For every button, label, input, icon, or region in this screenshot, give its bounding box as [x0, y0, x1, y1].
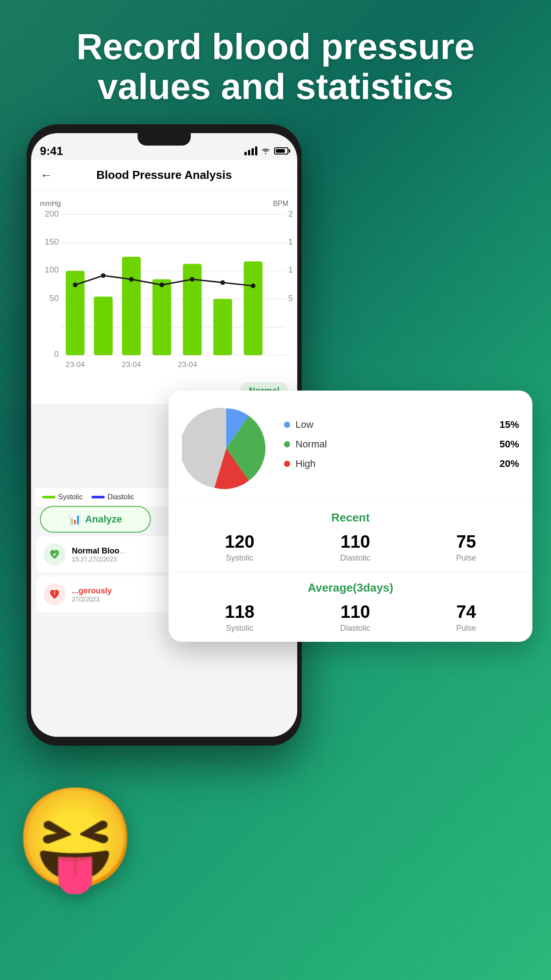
svg-text:!: !: [54, 590, 55, 597]
recent-pulse-label: Pulse: [456, 553, 476, 563]
chart-container: 200 150 100 50 0 200 150 100 50: [35, 210, 293, 379]
recent-stats-row: 120 Systolic 110 Diastolic 75 Pulse: [182, 532, 519, 563]
recent-pulse-value: 75: [456, 532, 476, 552]
svg-text:150: 150: [45, 237, 59, 246]
avg-diastolic: 110 Diastolic: [340, 602, 370, 633]
legend-color-diastolic: [91, 496, 105, 498]
legend-color-systolic: [42, 496, 55, 498]
svg-text:100: 100: [45, 265, 59, 274]
emoji-mascot: 😝: [13, 776, 138, 900]
chart-bar-6: [213, 299, 232, 356]
chart-axis-labels: mmHg BPM: [35, 200, 293, 208]
recent-systolic-value: 120: [225, 532, 255, 552]
average-title: Average(3days): [182, 581, 519, 595]
app-header: ← Blood Pressure Analysis: [31, 160, 297, 191]
legend-label-systolic: Systolic: [58, 493, 83, 501]
headline: Record blood pressure values and statist…: [0, 27, 551, 107]
chart-bar-4: [153, 279, 171, 355]
recent-diastolic: 110 Diastolic: [340, 532, 370, 563]
chart-dot-2: [101, 273, 106, 278]
analyze-button[interactable]: 📊 Analyze: [40, 506, 151, 533]
warning-heart-icon: !: [48, 588, 61, 601]
signal-bar-4: [255, 146, 257, 155]
battery-icon: [274, 147, 288, 154]
chart-svg: 200 150 100 50 0 200 150 100 50: [35, 210, 293, 379]
signal-bar-1: [244, 152, 247, 155]
chart-dot-3: [129, 277, 134, 282]
pie-legend-low: Low 15%: [284, 419, 519, 431]
pie-legend-high-left: High: [284, 458, 315, 470]
recent-title: Recent: [182, 511, 519, 525]
pie-dot-low: [284, 422, 290, 428]
pie-legend: Low 15% Normal 50% High 20%: [284, 419, 519, 478]
legend-diastolic: Diastolic: [91, 493, 134, 501]
phone-notch: [138, 133, 191, 146]
chart-right-label: BPM: [273, 200, 288, 208]
recent-section: Recent 120 Systolic 110 Diastolic 75 Pul…: [169, 502, 532, 572]
pie-label-normal: Normal: [295, 439, 327, 450]
chart-bar-7: [244, 261, 262, 355]
legend-label-diastolic: Diastolic: [107, 493, 134, 501]
legend-systolic: Systolic: [42, 493, 83, 501]
avg-pulse-label: Pulse: [456, 624, 476, 633]
back-button[interactable]: ←: [40, 168, 52, 182]
recent-diastolic-label: Diastolic: [340, 553, 370, 563]
chart-dot-1: [73, 283, 78, 288]
pie-dot-normal: [284, 441, 290, 447]
average-section: Average(3days) 118 Systolic 110 Diastoli…: [169, 572, 532, 642]
pie-legend-normal-left: Normal: [284, 439, 327, 450]
svg-text:0: 0: [54, 349, 59, 359]
avg-pulse: 74 Pulse: [456, 602, 476, 633]
wifi-icon: [261, 147, 271, 154]
avg-systolic-value: 118: [225, 602, 255, 622]
recent-diastolic-value: 110: [340, 532, 370, 552]
svg-text:23-04: 23-04: [122, 360, 141, 369]
signal-bar-3: [252, 148, 254, 155]
app-title: Blood Pressure Analysis: [96, 168, 232, 182]
headline-line2: values and statistics: [98, 66, 453, 107]
record-icon-2: !: [43, 583, 66, 605]
svg-text:200: 200: [45, 210, 59, 218]
pie-chart: [182, 404, 271, 493]
pie-legend-normal: Normal 50%: [284, 439, 519, 450]
pie-legend-low-left: Low: [284, 419, 313, 431]
avg-diastolic-label: Diastolic: [340, 624, 370, 633]
status-time: 9:41: [40, 144, 63, 158]
pie-pct-low: 15%: [500, 419, 519, 431]
recent-systolic-label: Systolic: [225, 553, 255, 563]
pie-label-high: High: [295, 458, 315, 470]
chart-dot-6: [220, 280, 225, 285]
svg-text:23-04: 23-04: [178, 360, 197, 369]
signal-icon: [244, 146, 257, 155]
svg-text:50: 50: [49, 293, 59, 303]
svg-text:150: 150: [288, 237, 293, 246]
floating-stats-card: Low 15% Normal 50% High 20% Recent: [169, 391, 532, 642]
pie-pct-normal: 50%: [500, 439, 519, 450]
status-icons: [244, 146, 288, 155]
headline-line1: Record blood pressure: [76, 26, 475, 67]
chart-left-label: mmHg: [40, 200, 61, 208]
heart-icon: [48, 548, 61, 561]
svg-text:200: 200: [288, 210, 293, 218]
analyze-icon: 📊: [69, 514, 81, 525]
svg-text:100: 100: [288, 265, 293, 274]
avg-diastolic-value: 110: [340, 602, 370, 622]
mascot-emoji: 😝: [15, 789, 137, 887]
svg-point-0: [265, 153, 267, 154]
analyze-label: Analyze: [85, 514, 122, 525]
pie-dot-high: [284, 461, 290, 467]
svg-text:23-04: 23-04: [66, 360, 85, 369]
chart-dot-7: [251, 284, 256, 288]
svg-text:50: 50: [288, 293, 293, 303]
chart-bar-3: [122, 257, 141, 356]
avg-pulse-value: 74: [456, 602, 476, 622]
chart-area: mmHg BPM 200 150 100 50 0: [31, 191, 297, 404]
record-icon-1: [43, 543, 66, 565]
average-stats-row: 118 Systolic 110 Diastolic 74 Pulse: [182, 602, 519, 633]
pie-section: Low 15% Normal 50% High 20%: [169, 391, 532, 502]
chart-bar-2: [94, 296, 113, 355]
pie-pct-high: 20%: [500, 458, 519, 470]
signal-bar-2: [248, 150, 250, 155]
pie-label-low: Low: [295, 419, 313, 431]
avg-systolic-label: Systolic: [225, 624, 255, 633]
